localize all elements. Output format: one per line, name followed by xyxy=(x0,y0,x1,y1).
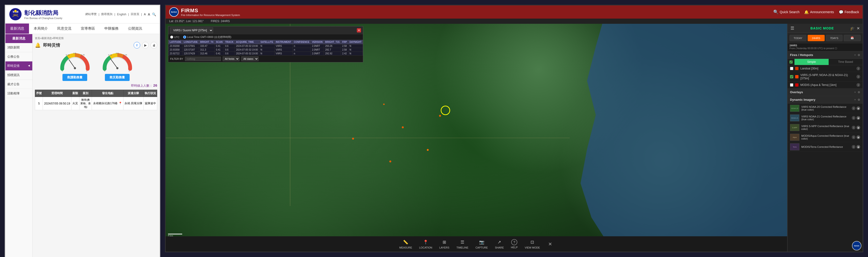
svg-text:0.75: 0.75 xyxy=(81,54,85,56)
imagery-gear-icon[interactable]: ⚙ xyxy=(858,98,860,102)
view-tabs: Simple Time Based xyxy=(787,59,863,65)
nav-english[interactable]: English xyxy=(117,13,126,16)
modis-checkbox[interactable] xyxy=(790,83,793,86)
overlays-add-icon[interactable]: ＋ xyxy=(854,90,857,94)
toolbar-layers[interactable]: ⊞ LAYERS xyxy=(439,239,450,249)
rescue-gauge: 0 0.25 0.5 0.75 1 xyxy=(56,51,94,72)
share-icon: ↗ xyxy=(496,239,503,246)
search-icon[interactable]: 🔍 xyxy=(152,12,156,16)
simple-tab[interactable]: Simple xyxy=(795,59,829,65)
section-title-text: 即時災情 xyxy=(43,42,60,48)
announcements-button[interactable]: 🔔 Announcements xyxy=(804,10,834,14)
24hrs-button[interactable]: 24HRS xyxy=(808,35,825,41)
toolbar-help[interactable]: ? HELP xyxy=(511,239,518,249)
quick-search-button[interactable]: 🔍 Quick Search xyxy=(773,9,799,14)
toolbar-capture[interactable]: 📷 CAPTURE xyxy=(475,239,488,249)
fires-gear-icon[interactable]: ⚙ xyxy=(858,53,860,57)
terra-info-btn[interactable]: i xyxy=(852,145,856,149)
data-table-overlay: VIIRS / Suomi NPP [375m] MODIS / Terra [… xyxy=(168,26,363,62)
calendar-button[interactable]: 📅 xyxy=(844,35,861,41)
nav-font-large[interactable]: A xyxy=(148,12,150,16)
landsat-color xyxy=(795,67,799,70)
time-based-tab[interactable]: Time Based xyxy=(829,59,863,65)
svg-text:0: 0 xyxy=(62,70,63,72)
satellite-selector[interactable]: VIIRS / Suomi NPP [375m] MODIS / Terra [… xyxy=(170,28,213,33)
nav-guidance[interactable]: 宣導專區 xyxy=(76,24,100,34)
landsat-info-button[interactable]: i xyxy=(857,67,860,70)
toolbar-measure[interactable]: 📏 MEASURE xyxy=(399,239,412,249)
graduation-icon[interactable]: 🎓 xyxy=(850,26,855,31)
overlays-section-header[interactable]: Overlays ＋ ⚙ xyxy=(787,88,863,96)
time-zone-row: UTC Local Time GMT+0800 (台北標準時間) xyxy=(168,34,363,40)
sidebar-item-incidents[interactable]: 即時災情 ◄ xyxy=(5,62,32,71)
sidebar-item-album[interactable]: 活動相簿 xyxy=(5,89,32,98)
nav-home[interactable]: 回首頁 xyxy=(131,12,139,16)
noaa20-info-btn[interactable]: i xyxy=(852,106,856,110)
viirs-color xyxy=(795,75,799,78)
modis-info-button[interactable]: i xyxy=(857,83,860,87)
announcements-label: Announcements xyxy=(810,10,834,14)
col-team: 派遣分隊 xyxy=(123,90,144,97)
nav-services[interactable]: 申辦服務 xyxy=(100,24,123,34)
viirs-info-button[interactable]: i xyxy=(857,75,860,79)
local-time-radio[interactable] xyxy=(183,36,186,39)
filter-dates-select[interactable]: All dates xyxy=(241,57,258,61)
print-icon[interactable]: 🖨 xyxy=(151,42,157,48)
toolbar-share[interactable]: ↗ SHARE xyxy=(495,239,504,249)
toolbar-viewmode[interactable]: ⊡ VIEW MODE xyxy=(525,239,540,249)
svg-text:0.75: 0.75 xyxy=(123,54,127,56)
layers-checkbox[interactable] xyxy=(789,61,793,64)
sidebar-item-bidding[interactable]: 招標資訊 xyxy=(5,71,32,80)
location-pin-icon: 📍 xyxy=(119,102,122,105)
snpp-toggle-btn[interactable]: ◉ xyxy=(857,126,860,130)
nav-latest-news[interactable]: 最新消息 xyxy=(5,24,29,34)
disaster-mission-button[interactable]: 救災勤務量 xyxy=(105,74,130,81)
facebook-icon[interactable]: f xyxy=(134,42,140,48)
noaa21-info-btn[interactable]: i xyxy=(852,116,856,120)
map-area[interactable]: 0 km VIIRS / Suomi NPP [375m] MODIS / Te… xyxy=(166,24,787,252)
imagery-add-icon[interactable]: ＋ xyxy=(854,98,857,102)
fires-add-icon[interactable]: ＋ xyxy=(854,53,857,57)
sidebar-item-public-notice[interactable]: 公務公告 xyxy=(5,52,32,62)
viirs-checkbox[interactable] xyxy=(790,75,793,78)
sidebar-close-icon[interactable]: ✕ xyxy=(857,26,860,31)
play-icon[interactable]: ▶ xyxy=(142,42,149,48)
noaa20-toggle-btn[interactable]: ◉ xyxy=(857,106,860,110)
nav-font-small[interactable]: A xyxy=(144,13,146,16)
feedback-button[interactable]: 💬 Feedback xyxy=(839,10,859,14)
today-button[interactable]: TODAY xyxy=(789,35,806,41)
snpp-info-btn[interactable]: i xyxy=(852,126,856,130)
nav-search[interactable]: 搜尋查詢 xyxy=(101,12,113,16)
aqua-info-btn[interactable]: i xyxy=(852,135,856,139)
hamburger-icon[interactable]: ☰ xyxy=(790,26,794,31)
dynamic-imagery-header[interactable]: Dynamic Imagery ＋ ⚙ xyxy=(787,96,863,104)
toolbar-location[interactable]: 📍 LOCATION xyxy=(419,239,432,249)
sidebar-item-announcement[interactable]: 裁才公告 xyxy=(5,80,32,89)
svg-text:0.5: 0.5 xyxy=(116,52,119,54)
filter-fields-select[interactable]: All fields xyxy=(223,57,240,61)
overlays-gear-icon[interactable]: ⚙ xyxy=(858,90,860,94)
fires-section-header[interactable]: Fires / Hotspots ＋ ⚙ xyxy=(787,51,863,59)
nav-public-opinion[interactable]: 民意交流 xyxy=(53,24,76,34)
toolbar-close[interactable]: ✕ xyxy=(547,241,554,247)
toolbar-timeline[interactable]: ☰ TIMELINE xyxy=(457,239,468,249)
aqua-toggle-btn[interactable]: ◉ xyxy=(857,135,860,139)
utc-radio-label[interactable]: UTC xyxy=(170,36,180,39)
local-time-radio-label[interactable]: Local Time GMT+0800 (台北標準時間) xyxy=(183,35,231,39)
table-close-button[interactable]: ✕ xyxy=(357,28,361,33)
sidebar-item-fire-news[interactable]: 消防新聞 xyxy=(5,43,32,52)
top-nav-links: 網站導覽 | 搜尋查詢 | English | 回首頁 | A A 🔍 xyxy=(85,12,156,16)
nav-site-map[interactable]: 網站導覽 xyxy=(85,12,97,16)
terra-toggle-btn[interactable]: ◉ xyxy=(857,145,860,149)
nav-about[interactable]: 本局簡介 xyxy=(29,24,53,34)
noaa21-toggle-btn[interactable]: ◉ xyxy=(857,116,860,120)
firms-panel: NASA FIRMS Fire Information for Resource… xyxy=(165,5,863,252)
landsat-checkbox[interactable] xyxy=(790,67,793,70)
sidebar-header-actions: 🎓 ✕ xyxy=(850,26,860,31)
fires-section-label: Fires / Hotspots xyxy=(790,53,813,57)
utc-radio[interactable] xyxy=(170,36,173,39)
rescue-mission-button[interactable]: 救護勤務量 xyxy=(62,74,87,81)
7days-button[interactable]: 7DAYS xyxy=(826,35,843,41)
filter-input[interactable] xyxy=(185,57,221,61)
nav-public-info[interactable]: 公開資訊 xyxy=(123,24,147,34)
